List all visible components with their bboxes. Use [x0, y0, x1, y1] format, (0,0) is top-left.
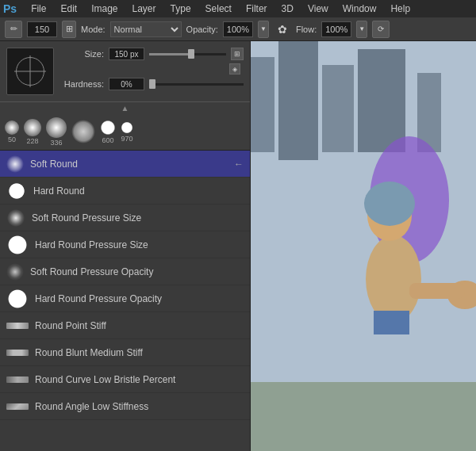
- svg-rect-12: [374, 311, 409, 334]
- svg-point-9: [364, 182, 415, 226]
- brush-item-hard-round-pressure-opacity[interactable]: Hard Round Pressure Opacity: [0, 285, 250, 312]
- brush-list[interactable]: Soft Round ← Hard Round Soft Round Press…: [0, 151, 250, 451]
- main-area: Size: ⊞ ◈ Hardness:: [0, 41, 476, 451]
- brush-preset-picker[interactable]: ⊞: [62, 21, 76, 38]
- brush-name-hard-round-pressure-size: Hard Round Pressure Size: [35, 239, 148, 250]
- menu-filter[interactable]: Filter: [243, 3, 271, 14]
- mode-label: Mode:: [81, 25, 106, 34]
- preset-brush-2[interactable]: 336: [46, 117, 67, 147]
- menu-bar: Ps File Edit Image Layer Type Select Fil…: [0, 0, 476, 17]
- menu-edit[interactable]: Edit: [57, 3, 80, 14]
- size-row: Size: ⊞: [60, 48, 244, 60]
- brush-size-input[interactable]: [27, 21, 57, 37]
- brush-item-round-angle-low-stiffness[interactable]: Round Angle Low Stiffness: [0, 393, 250, 420]
- preset-icon-4: [100, 120, 116, 136]
- preset-label-2: 336: [50, 139, 62, 147]
- preset-icon-3: [71, 120, 95, 143]
- smoothing-btn[interactable]: ⟳: [372, 21, 390, 38]
- brush-item-round-blunt-medium-stiff[interactable]: Round Blunt Medium Stiff: [0, 339, 250, 366]
- brush-icon-soft-round-pressure-opacity: [6, 263, 24, 281]
- opacity-label: Opacity:: [186, 25, 218, 34]
- svg-rect-4: [358, 49, 405, 152]
- brush-name-soft-round-pressure-size: Soft Round Pressure Size: [32, 212, 141, 224]
- arrow-indicator: ▲: [0, 102, 250, 114]
- brush-name-soft-round: Soft Round: [30, 159, 78, 170]
- menu-layer[interactable]: Layer: [129, 3, 159, 14]
- app-logo: Ps: [3, 2, 17, 15]
- size-slider-track[interactable]: [149, 53, 226, 55]
- brush-item-hard-round-pressure-size[interactable]: Hard Round Pressure Size: [0, 231, 250, 258]
- size-extra-btn[interactable]: ⊞: [231, 48, 244, 60]
- preset-label-4: 600: [102, 136, 113, 144]
- opacity-dropdown[interactable]: ▼: [258, 21, 269, 38]
- brush-icon-round-curve-low-bristle-percent: [6, 376, 29, 383]
- brush-icon-hard-round-pressure-size: [6, 234, 29, 256]
- brush-preview-area: Size: ⊞ ◈ Hardness:: [0, 41, 250, 102]
- brush-item-hard-round[interactable]: Hard Round: [0, 178, 250, 204]
- menu-view[interactable]: View: [305, 3, 332, 14]
- menu-help[interactable]: Help: [387, 3, 413, 14]
- preset-icon-1: [24, 119, 41, 136]
- size-label: Size:: [60, 49, 104, 59]
- size-value-input[interactable]: [109, 48, 144, 60]
- menu-file[interactable]: File: [28, 3, 49, 14]
- brush-name-round-point-stiff: Round Point Stiff: [35, 320, 106, 331]
- left-panel: Size: ⊞ ◈ Hardness:: [0, 41, 251, 451]
- menu-select[interactable]: Select: [202, 3, 235, 14]
- svg-rect-11: [409, 283, 465, 299]
- hardness-label: Hardness:: [60, 79, 104, 89]
- canvas-area[interactable]: [251, 41, 476, 451]
- menu-3d[interactable]: 3D: [278, 3, 297, 14]
- brush-tool-icon[interactable]: ✏: [5, 21, 22, 38]
- menu-window[interactable]: Window: [340, 3, 380, 14]
- hardness-row: Hardness:: [60, 78, 244, 90]
- preset-icon-2: [46, 117, 67, 138]
- brush-item-soft-round-pressure-opacity[interactable]: Soft Round Pressure Opacity: [0, 258, 250, 285]
- preset-brush-1[interactable]: 228: [24, 119, 41, 145]
- opacity-input[interactable]: [223, 21, 253, 37]
- flow-input[interactable]: [321, 21, 351, 37]
- size-lock-btn[interactable]: ◈: [229, 63, 240, 75]
- preset-brush-3[interactable]: [71, 120, 95, 144]
- brush-icon-hard-round: [6, 181, 27, 201]
- photo-svg: [251, 41, 476, 451]
- size-slider-thumb[interactable]: [188, 49, 194, 59]
- arrow-selected: ←: [234, 159, 244, 170]
- svg-rect-1: [251, 57, 274, 152]
- photo-background: [251, 41, 476, 451]
- brush-item-soft-round[interactable]: Soft Round ←: [0, 151, 250, 178]
- brush-name-round-curve-low-bristle-percent: Round Curve Low Bristle Percent: [35, 374, 175, 385]
- brush-name-soft-round-pressure-opacity: Soft Round Pressure Opacity: [30, 266, 153, 277]
- airbrush-toggle[interactable]: ✿: [274, 21, 291, 38]
- svg-point-7: [366, 235, 421, 323]
- preset-brush-4[interactable]: 600: [100, 120, 116, 144]
- hardness-slider-track[interactable]: [149, 83, 244, 86]
- brush-name-round-blunt-medium-stiff: Round Blunt Medium Stiff: [35, 347, 143, 358]
- preset-label-1: 228: [26, 137, 38, 145]
- menu-type[interactable]: Type: [167, 3, 194, 14]
- brush-name-round-angle-low-stiffness: Round Angle Low Stiffness: [35, 401, 148, 412]
- preset-brush-5[interactable]: 970: [121, 121, 133, 143]
- size-slider-fill: [149, 53, 191, 55]
- menu-image[interactable]: Image: [88, 3, 121, 14]
- blend-mode-select[interactable]: Normal Multiply Screen: [110, 21, 182, 37]
- brush-item-round-point-stiff[interactable]: Round Point Stiff: [0, 312, 250, 339]
- brush-presets-bar: 50 228 336 600 970: [0, 114, 250, 151]
- flow-dropdown[interactable]: ▼: [356, 21, 367, 38]
- flow-label: Flow:: [296, 25, 317, 34]
- svg-rect-2: [278, 41, 318, 160]
- brush-name-hard-round-pressure-opacity: Hard Round Pressure Opacity: [35, 293, 162, 304]
- hardness-value-input[interactable]: [109, 78, 144, 90]
- brush-icon-round-point-stiff: [6, 323, 29, 329]
- brush-icon-hard-round-pressure-opacity: [6, 288, 29, 310]
- brush-item-round-curve-low-bristle-percent[interactable]: Round Curve Low Bristle Percent: [0, 366, 250, 393]
- preset-icon-5: [121, 121, 133, 134]
- preset-brush-0[interactable]: 50: [5, 120, 19, 143]
- brush-icon-soft-round: [6, 155, 24, 173]
- svg-rect-3: [322, 65, 354, 152]
- brush-icon-round-blunt-medium-stiff: [6, 350, 29, 356]
- brush-item-soft-round-pressure-size[interactable]: Soft Round Pressure Size: [0, 204, 250, 231]
- crosshair-preview: [14, 55, 46, 87]
- preset-label-0: 50: [8, 136, 16, 143]
- hardness-slider-thumb[interactable]: [149, 79, 155, 89]
